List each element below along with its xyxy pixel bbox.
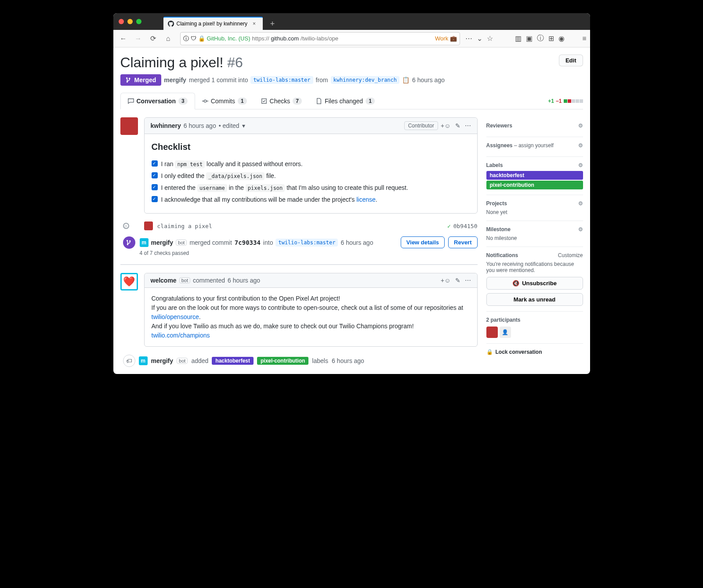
mute-icon: 🔇 [512, 280, 519, 287]
view-details-button[interactable]: View details [401, 236, 445, 248]
url-host: github.com [271, 35, 299, 42]
url-scheme: https:// [252, 35, 269, 42]
checkbox-checked[interactable] [152, 160, 158, 167]
merge-commit-sha[interactable]: 7c90334 [235, 239, 261, 246]
kebab-menu-button[interactable]: ⋯ [465, 122, 471, 129]
comment-author[interactable]: kwhinnery [151, 122, 181, 129]
git-merge-icon [123, 236, 135, 249]
new-tab-button[interactable]: + [266, 18, 279, 30]
edited-indicator[interactable]: • edited [219, 122, 239, 129]
edit-button[interactable]: Edit [559, 54, 583, 66]
head-branch[interactable]: kwhinnery:dev_branch [331, 76, 400, 84]
commit-sha[interactable]: ✓0b94150 [447, 223, 478, 229]
notifications-heading: Notifications [486, 252, 518, 258]
edit-comment-button[interactable]: ✎ [455, 277, 460, 284]
edit-comment-button[interactable]: ✎ [455, 122, 460, 129]
base-branch[interactable]: twilio-labs:master [250, 76, 313, 84]
tab-files[interactable]: Files changed1 [309, 93, 382, 109]
sidebar-label-pixel[interactable]: pixel-contribution [486, 181, 583, 189]
sidebar-label-hacktoberfest[interactable]: hacktoberfest [486, 171, 583, 180]
merged-by-user[interactable]: mergify [164, 76, 186, 83]
info-button[interactable]: ⓘ [537, 34, 544, 43]
addons-icon[interactable]: ⊞ [548, 34, 554, 43]
commit-avatar[interactable] [144, 221, 153, 230]
info-icon[interactable]: ⓘ [183, 35, 189, 43]
tab-commits[interactable]: Commits1 [195, 93, 254, 109]
comment-author[interactable]: welcome [151, 277, 177, 284]
pr-title: Claiming a pixel! #6 [120, 54, 243, 71]
mergify-avatar[interactable]: m [139, 356, 148, 365]
page-content: Claiming a pixel! #6 Edit Merged mergify… [113, 47, 590, 374]
gear-icon[interactable]: ⚙ [578, 162, 583, 168]
checks-status: 4 of 7 checks passed [140, 250, 478, 256]
reload-button[interactable]: ⟳ [147, 32, 160, 45]
comment-2: ❤️ welcome bot commented 6 hours ago +☺ … [120, 273, 478, 347]
account-icon[interactable]: ◉ [558, 34, 565, 43]
projects-heading: Projects [486, 200, 507, 207]
checkbox-checked[interactable] [152, 184, 158, 190]
url-path: /twilio-labs/ope [301, 35, 338, 42]
add-reaction-button[interactable]: +☺ [441, 122, 450, 129]
close-window-button[interactable] [119, 19, 124, 24]
avatar-welcome-bot[interactable]: ❤️ [120, 273, 138, 290]
add-reaction-button[interactable]: +☺ [441, 277, 450, 284]
tag-icon: 🏷 [123, 355, 135, 367]
merge-actor[interactable]: mergify [151, 239, 174, 246]
pocket-icon[interactable]: ⌄ [477, 34, 482, 43]
label-actor[interactable]: mergify [151, 357, 174, 364]
fullscreen-window-button[interactable] [136, 19, 141, 24]
address-bar[interactable]: ⓘ 🛡 🔒 GitHub, Inc. (US) https://github.c… [180, 32, 460, 45]
label-time: 6 hours ago [332, 357, 364, 364]
home-button[interactable]: ⌂ [162, 32, 175, 45]
container-tag: Work 💼 [435, 35, 457, 42]
gear-icon[interactable]: ⚙ [578, 123, 583, 129]
kebab-menu-button[interactable]: ⋯ [465, 277, 471, 284]
commits-count: 1 [238, 98, 247, 105]
minimize-window-button[interactable] [127, 19, 133, 24]
menu-button[interactable]: ≡ [582, 35, 586, 43]
label-pixel-contribution[interactable]: pixel-contribution [257, 357, 308, 365]
checklist-item: I ran npm test locally and it passed wit… [152, 160, 470, 169]
back-button[interactable]: ← [117, 32, 130, 45]
participant-avatar[interactable]: 👤 [500, 327, 511, 338]
gear-icon[interactable]: ⚙ [578, 142, 583, 149]
lock-conversation-link[interactable]: 🔒Lock conversation [486, 344, 583, 355]
customize-link[interactable]: Customize [558, 252, 583, 258]
bot-badge: bot [176, 240, 187, 246]
library-icon[interactable]: ▥ [515, 34, 522, 43]
close-tab-button[interactable]: × [250, 21, 258, 27]
checkbox-checked[interactable] [152, 172, 158, 178]
lock-icon: 🔒 [486, 349, 493, 355]
git-commit-icon [202, 98, 208, 104]
tab-checks[interactable]: Checks7 [254, 93, 309, 109]
label-hacktoberfest[interactable]: hacktoberfest [212, 357, 254, 365]
assign-yourself-link[interactable]: – assign yourself [514, 142, 554, 149]
caret-down-icon[interactable]: ▾ [242, 122, 245, 129]
mergify-avatar[interactable]: m [140, 238, 149, 247]
revert-button[interactable]: Revert [448, 236, 477, 248]
copy-icon[interactable]: 📋 [402, 76, 409, 83]
shield-icon[interactable]: 🛡 [191, 35, 196, 42]
checkbox-checked[interactable] [152, 196, 158, 202]
merge-target-branch[interactable]: twilio-labs:master [275, 239, 338, 247]
gear-icon[interactable]: ⚙ [578, 200, 583, 207]
bookmark-star-icon[interactable]: ☆ [487, 34, 493, 43]
gear-icon[interactable]: ⚙ [578, 226, 583, 232]
lock-icon[interactable]: 🔒 [198, 35, 205, 42]
checklist-icon [261, 98, 267, 104]
browser-tab[interactable]: Claiming a pixel! by kwhinnery × [163, 17, 263, 30]
participant-avatar[interactable] [486, 327, 498, 338]
milestone-none: No milestone [486, 235, 583, 241]
commit-message[interactable]: claiming a pixel [157, 223, 212, 229]
champions-link[interactable]: twilio.com/champions [152, 332, 210, 339]
unsubscribe-button[interactable]: 🔇Unsubscribe [486, 277, 583, 290]
tab-conversation[interactable]: Conversation3 [120, 93, 195, 109]
browser-window: Claiming a pixel! by kwhinnery × + ← → ⟳… [113, 13, 590, 374]
page-actions-button[interactable]: ⋯ [465, 34, 472, 43]
avatar-kwhinnery[interactable] [120, 117, 138, 135]
mark-unread-button[interactable]: Mark as unread [486, 293, 583, 306]
diff-stats: +1 −1 [548, 98, 583, 104]
twilio-opensource-link[interactable]: twilio/opensource [152, 313, 199, 320]
sidebar-icon[interactable]: ▣ [526, 34, 533, 43]
license-link[interactable]: license [356, 196, 376, 203]
